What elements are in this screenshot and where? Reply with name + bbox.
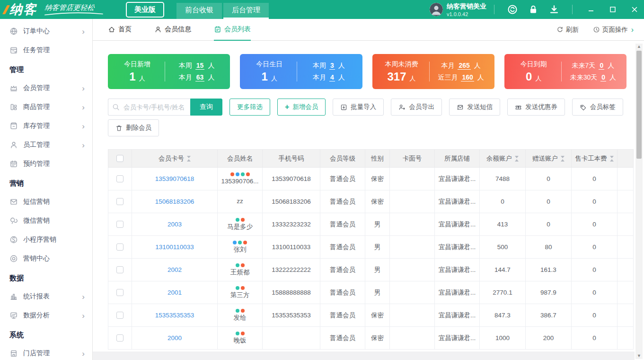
row-checkbox[interactable] <box>116 312 124 319</box>
member-card-link[interactable]: 2000 <box>168 334 182 342</box>
card-value: 1 <box>129 70 135 83</box>
tab-member-list[interactable]: 会员列表 <box>214 19 251 41</box>
column-header[interactable]: 会员卡号 <box>132 150 218 168</box>
tab-member-info[interactable]: 会员信息 <box>154 19 191 41</box>
page-actions-button[interactable]: 页面操作 › <box>593 26 634 34</box>
sidebar-item-task[interactable]: 任务管理 <box>0 41 92 60</box>
stats-cards: 今日新增 1人 本周 15 人 本月 63 人 今日生日 1人 本周 3 <box>108 54 626 89</box>
gender-cell: 保密 <box>365 327 390 350</box>
scroll-up-arrow-icon[interactable]: ▲ <box>637 44 641 50</box>
row-checkbox[interactable] <box>116 289 124 296</box>
fee-cell: 0 <box>572 304 618 327</box>
sidebar-item-globe[interactable]: 订单中心 › <box>0 22 92 41</box>
row-checkbox[interactable] <box>116 266 124 273</box>
column-header[interactable]: 赠送账户 <box>526 150 572 168</box>
tag-dot <box>230 172 234 176</box>
sort-icon <box>515 156 519 162</box>
member-tag-button[interactable]: 会员标签 <box>572 99 623 116</box>
tabbar-actions: 刷新 页面操作 › <box>556 26 634 34</box>
chevron-right-icon: › <box>82 84 85 92</box>
sidebar-item-wechat[interactable]: 微信营销 <box>0 211 92 230</box>
sidebar-item-crown[interactable]: 会员管理 › <box>0 79 92 98</box>
member-card-link[interactable]: 15353535353 <box>155 312 194 319</box>
chevron-right-icon: › <box>82 103 85 111</box>
minimize-button[interactable] <box>586 5 596 14</box>
nav-backend-admin[interactable]: 后台管理 <box>223 3 269 19</box>
sidebar-item-store[interactable]: 门店管理 › <box>0 344 92 360</box>
card-subline: 未来7天 0 人 <box>572 62 615 70</box>
card-title: 今日新增 <box>114 60 161 69</box>
scroll-down-arrow-icon[interactable]: ▼ <box>637 353 641 359</box>
search-input[interactable] <box>108 99 190 116</box>
add-member-button[interactable]: + 新增会员 <box>277 99 326 116</box>
sidebar-item-miniapp[interactable]: 小程序营销 <box>0 230 92 249</box>
row-checkbox[interactable] <box>116 221 124 228</box>
sidebar-item-label: 数据分析 <box>23 311 50 320</box>
member-card-link[interactable]: 13539070618 <box>155 175 194 182</box>
extra-cell <box>618 190 634 213</box>
export-icon <box>398 104 406 111</box>
row-checkbox[interactable] <box>116 243 124 251</box>
refresh-button[interactable]: 刷新 <box>556 26 579 34</box>
calendar-icon <box>9 160 18 168</box>
member-card-link[interactable]: 15068183206 <box>155 198 194 205</box>
sidebar-item-label: 微信营销 <box>23 216 50 225</box>
card-face-cell <box>390 190 435 213</box>
mail-icon <box>9 198 18 206</box>
sidebar-item-label: 营销中心 <box>23 254 50 263</box>
member-tag-dots <box>218 286 262 290</box>
search-box: 查询 <box>108 99 222 116</box>
column-label: 会员姓名 <box>227 154 253 163</box>
edition-button[interactable]: 美业版 <box>126 2 164 18</box>
batch-import-button[interactable]: 批量导入 <box>333 99 384 116</box>
tab-home[interactable]: 首页 <box>108 19 132 41</box>
sidebar-section-title: 系统 <box>0 325 92 344</box>
scrollbar-thumb[interactable] <box>636 51 642 159</box>
column-header[interactable]: 余额账户 <box>480 150 526 168</box>
sidebar-item-box[interactable]: 库存管理 › <box>0 117 92 135</box>
extra-cell <box>618 168 634 190</box>
send-sms-button[interactable]: 发送短信 <box>449 99 500 116</box>
member-export-button[interactable]: 会员导出 <box>391 99 442 116</box>
card-subline-value: 160 <box>461 73 474 81</box>
member-card-link[interactable]: 13100110033 <box>155 243 194 251</box>
sidebar-item-goods[interactable]: 商品管理 › <box>0 98 92 117</box>
select-all-checkbox[interactable] <box>116 155 124 162</box>
row-checkbox[interactable] <box>116 175 124 182</box>
row-checkbox[interactable] <box>116 334 124 342</box>
column-header[interactable]: 售卡工本费 <box>572 150 618 168</box>
column-label: 手机号码 <box>279 154 304 163</box>
phone-cell: 13100110033 <box>263 236 320 259</box>
row-checkbox[interactable] <box>116 198 124 205</box>
send-coupon-button[interactable]: 发送优惠券 <box>507 99 565 116</box>
card-subline-value: 0 <box>600 73 606 81</box>
card-no-cell: 2003 <box>132 213 218 236</box>
more-filter-button[interactable]: 更多筛选 <box>229 99 270 116</box>
search-button[interactable]: 查询 <box>190 99 222 116</box>
table-row: 2000 晚饭 普通会员 保密 宜昌谦谦君... 1000 200 0 <box>108 327 634 350</box>
user-info[interactable]: 纳客营销美业 v1.0.0.42 <box>430 2 486 17</box>
close-button[interactable] <box>630 5 639 14</box>
sidebar-item-monitor[interactable]: 数据分析 › <box>0 306 92 325</box>
sidebar-item-calendar[interactable]: 预约管理 <box>0 154 92 173</box>
gift-cell: 161.3 <box>526 259 572 281</box>
goods-icon <box>9 103 18 111</box>
maximize-button[interactable] <box>608 5 618 14</box>
sidebar-item-chart[interactable]: 统计报表 › <box>0 287 92 306</box>
customer-service-icon[interactable] <box>507 4 518 15</box>
lock-icon[interactable] <box>528 4 538 15</box>
member-card-link[interactable]: 2001 <box>168 289 182 296</box>
nav-front-cashier[interactable]: 前台收银 <box>176 3 222 19</box>
member-card-link[interactable]: 2002 <box>168 266 182 273</box>
sidebar-item-person[interactable]: 员工管理 › <box>0 135 92 154</box>
stats-card: 今日到期 0人 未来7天 0 人 未来30天 0 人 <box>504 54 626 89</box>
sidebar-item-target[interactable]: 营销中心 <box>0 249 92 268</box>
card-value: 1 <box>262 70 268 83</box>
chevron-right-icon: › <box>82 141 85 149</box>
member-card-link[interactable]: 2003 <box>168 221 182 228</box>
vertical-scrollbar[interactable]: ▲ ▼ <box>635 44 643 359</box>
target-icon <box>9 254 18 263</box>
delete-member-button[interactable]: 删除会员 <box>108 119 159 136</box>
download-icon[interactable] <box>549 4 559 15</box>
sidebar-item-mail[interactable]: 短信营销 <box>0 192 92 211</box>
